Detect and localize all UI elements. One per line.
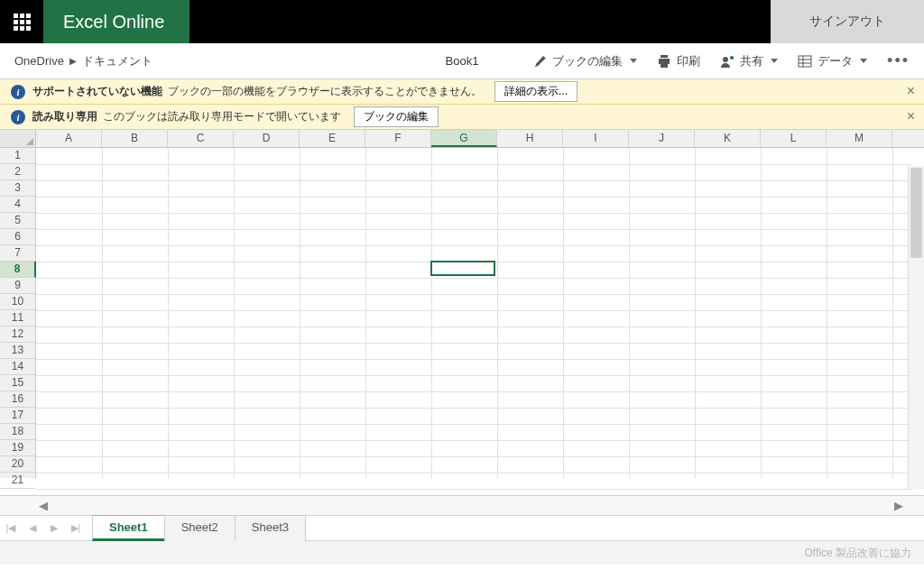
document-title[interactable]: Book1 (446, 54, 479, 68)
scroll-right-arrow[interactable]: ▶ (892, 499, 906, 513)
row-header[interactable]: 15 (0, 375, 35, 391)
data-icon (798, 54, 812, 69)
sheet-tab[interactable]: Sheet2 (164, 515, 236, 541)
sheet-nav-prev[interactable]: ◀ (22, 522, 43, 534)
select-all-corner[interactable] (0, 130, 36, 147)
column-header[interactable]: C (168, 130, 234, 147)
row-header[interactable]: 16 (0, 391, 35, 408)
row-header[interactable]: 8 (0, 262, 36, 278)
breadcrumb-root[interactable]: OneDrive (14, 54, 64, 68)
column-header[interactable]: K (695, 130, 761, 147)
info-icon: i (11, 110, 25, 124)
row-header[interactable]: 4 (0, 197, 35, 213)
row-header[interactable]: 3 (0, 180, 35, 197)
print-button[interactable]: 印刷 (657, 53, 700, 69)
chevron-down-icon (771, 59, 778, 63)
sheet-tab-bar: |◀ ◀ ▶ ▶| Sheet1Sheet2Sheet3 (0, 516, 924, 541)
more-commands-button[interactable]: ••• (887, 51, 910, 70)
svg-point-0 (723, 57, 728, 62)
horizontal-scrollbar[interactable]: ◀ ▶ (0, 496, 924, 516)
row-header[interactable]: 18 (0, 424, 35, 440)
close-icon[interactable]: × (907, 108, 915, 124)
row-header[interactable]: 13 (0, 343, 35, 359)
sign-out-button[interactable]: サインアウト (771, 0, 924, 43)
row-header[interactable]: 17 (0, 408, 35, 424)
scroll-left-arrow[interactable]: ◀ (36, 499, 51, 513)
column-header[interactable]: M (827, 130, 892, 147)
sheet-nav-next[interactable]: ▶ (43, 522, 65, 534)
svg-rect-2 (799, 56, 811, 67)
row-header[interactable]: 2 (0, 164, 35, 180)
print-icon (657, 54, 671, 69)
column-header[interactable]: J (629, 130, 695, 147)
command-bar: OneDrive ▶ ドキュメント Book1 ブックの編集 印刷 共有 データ… (0, 43, 924, 79)
close-icon[interactable]: × (907, 83, 915, 99)
row-header[interactable]: 7 (0, 245, 35, 262)
chevron-down-icon (860, 59, 867, 63)
status-bar: Office 製品改善に協力 (0, 541, 924, 565)
info-icon: i (11, 85, 25, 99)
edit-workbook-button[interactable]: ブックの編集 (354, 106, 439, 127)
column-header[interactable]: E (300, 130, 365, 147)
row-header[interactable]: 5 (0, 213, 35, 229)
column-header[interactable]: L (761, 130, 827, 147)
sheet-tab[interactable]: Sheet1 (92, 515, 165, 541)
active-cell[interactable] (430, 261, 495, 276)
data-label: データ (818, 53, 853, 69)
chevron-right-icon: ▶ (69, 56, 77, 66)
row-header[interactable]: 6 (0, 229, 35, 245)
breadcrumb[interactable]: OneDrive ▶ ドキュメント (14, 53, 152, 69)
details-button[interactable]: 詳細の表示... (494, 81, 578, 102)
row-header[interactable]: 20 (0, 456, 35, 473)
column-header[interactable]: G (431, 130, 497, 147)
vertical-scrollbar[interactable] (908, 166, 924, 489)
sheet-nav-last[interactable]: ▶| (65, 522, 87, 534)
breadcrumb-folder[interactable]: ドキュメント (82, 53, 152, 69)
column-headers: ABCDEFGHIJKLM (0, 130, 924, 148)
column-header[interactable]: F (365, 130, 431, 147)
row-header[interactable]: 19 (0, 440, 35, 456)
share-label: 共有 (740, 53, 763, 69)
print-label: 印刷 (677, 53, 700, 69)
row-header[interactable]: 12 (0, 326, 35, 343)
row-header[interactable]: 21 (0, 473, 35, 489)
cell-canvas[interactable] (36, 148, 924, 478)
chevron-down-icon (630, 59, 637, 63)
sheet-tab[interactable]: Sheet3 (235, 515, 306, 541)
unsupported-text: ブックの一部の機能をブラウザーに表示することができません。 (168, 84, 482, 99)
row-header[interactable]: 11 (0, 310, 35, 326)
row-header[interactable]: 14 (0, 359, 35, 375)
data-menu[interactable]: データ (798, 53, 867, 69)
sheet-nav-first[interactable]: |◀ (0, 522, 22, 534)
row-header[interactable]: 10 (0, 294, 35, 310)
share-menu[interactable]: 共有 (720, 53, 778, 69)
column-header[interactable]: D (234, 130, 300, 147)
edit-workbook-menu[interactable]: ブックの編集 (534, 53, 637, 69)
pencil-icon (534, 55, 547, 68)
share-icon (720, 54, 735, 69)
row-header[interactable]: 9 (0, 278, 35, 294)
column-header[interactable]: B (102, 130, 168, 147)
column-header[interactable]: A (36, 130, 102, 147)
title-bar: Excel Online サインアウト (0, 0, 924, 43)
column-header[interactable]: I (563, 130, 629, 147)
app-launcher-icon[interactable] (0, 0, 43, 43)
feedback-link[interactable]: Office 製品改善に協力 (805, 546, 911, 561)
spreadsheet-grid: ABCDEFGHIJKLM 12345678910111213141516171… (0, 130, 924, 496)
column-header[interactable]: H (497, 130, 563, 147)
row-header[interactable]: 1 (0, 148, 35, 164)
app-name: Excel Online (43, 0, 189, 43)
readonly-title: 読み取り専用 (32, 109, 97, 124)
scrollbar-thumb[interactable] (910, 168, 922, 258)
row-headers: 123456789101112131415161718192021 (0, 148, 36, 478)
unsupported-features-bar: i サポートされていない機能 ブックの一部の機能をブラウザーに表示することができ… (0, 79, 924, 105)
readonly-bar: i 読み取り専用 このブックは読み取り専用モードで開いています ブックの編集 × (0, 105, 924, 130)
unsupported-title: サポートされていない機能 (32, 84, 162, 99)
readonly-text: このブックは読み取り専用モードで開いています (103, 109, 341, 124)
edit-workbook-label: ブックの編集 (552, 53, 623, 69)
